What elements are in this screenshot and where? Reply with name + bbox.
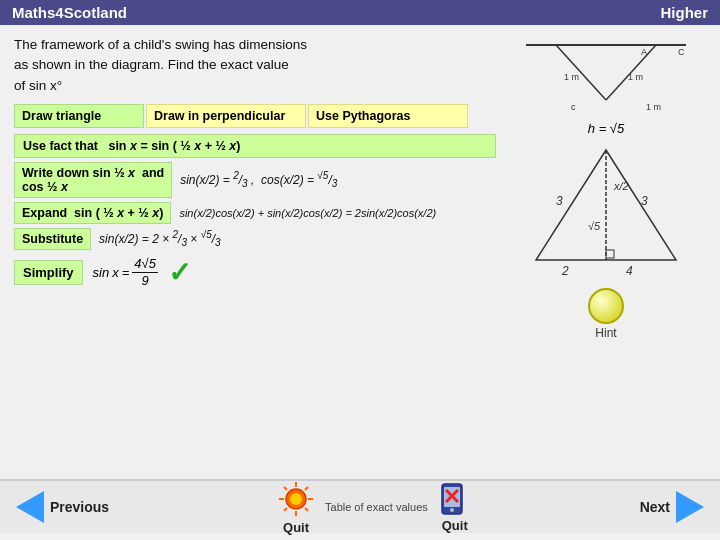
problem-text: The framework of a child's swing has dim… bbox=[14, 35, 496, 96]
step-expand: Expand sin ( ½ x + ½ x) bbox=[14, 202, 171, 224]
step-draw-perpendicular: Draw in perpendicular bbox=[146, 104, 306, 128]
brand-label: Maths4Scotland bbox=[12, 4, 127, 21]
svg-point-19 bbox=[290, 493, 302, 505]
svg-text:√5: √5 bbox=[588, 220, 601, 232]
quit2-label: Quit bbox=[442, 518, 468, 533]
svg-line-24 bbox=[284, 487, 287, 490]
quit-sun-icon[interactable] bbox=[277, 480, 315, 518]
step-use-pythagoras: Use Pythagoras bbox=[308, 104, 468, 128]
svg-text:4: 4 bbox=[626, 264, 633, 278]
h-formula: h = √5 bbox=[588, 121, 624, 136]
next-button[interactable]: Next bbox=[640, 491, 704, 523]
svg-text:1 m: 1 m bbox=[646, 102, 661, 112]
write-down-formula: sin(x/2) = 2/3 , cos(x/2) = √5/3 bbox=[180, 170, 337, 189]
quit-phone-icon[interactable] bbox=[438, 482, 472, 516]
quit1-label: Quit bbox=[283, 520, 309, 535]
svg-text:2: 2 bbox=[561, 264, 569, 278]
svg-text:c: c bbox=[571, 102, 576, 112]
svg-text:C: C bbox=[678, 47, 685, 57]
svg-text:1 m: 1 m bbox=[564, 72, 579, 82]
svg-text:A: A bbox=[641, 47, 647, 57]
substitute-formula: sin(x/2) = 2 × 2/3 × √5/3 bbox=[99, 229, 221, 248]
header: Maths4Scotland Higher bbox=[0, 0, 720, 25]
svg-text:3: 3 bbox=[556, 194, 563, 208]
previous-button[interactable]: Previous bbox=[16, 491, 109, 523]
simplify-formula: sin x = 4√5 9 bbox=[93, 256, 158, 288]
footer: Previous Quit Table of exact values bbox=[0, 479, 720, 533]
svg-line-25 bbox=[305, 508, 308, 511]
svg-text:3: 3 bbox=[641, 194, 648, 208]
step-write-down: Write down sin ½ x andcos ½ x bbox=[14, 162, 172, 198]
expand-formula: sin(x/2)cos(x/2) + sin(x/2)cos(x/2) = 2s… bbox=[179, 207, 436, 219]
svg-text:x/2: x/2 bbox=[613, 180, 629, 192]
svg-line-27 bbox=[284, 508, 287, 511]
hint-label: Hint bbox=[595, 326, 616, 340]
step-substitute: Substitute bbox=[14, 228, 91, 250]
table-label: Table of exact values bbox=[325, 501, 428, 513]
step-use-fact: Use fact that sin x = sin ( ½ x + ½ x) bbox=[14, 134, 496, 158]
hint-button[interactable]: Hint bbox=[588, 288, 624, 340]
checkmark-icon: ✓ bbox=[168, 256, 191, 289]
step-simplify: Simplify bbox=[14, 260, 83, 285]
svg-line-26 bbox=[305, 487, 308, 490]
swing-diagram: 1 m 1 m 1 m c A C bbox=[516, 35, 696, 115]
svg-text:1 m: 1 m bbox=[628, 72, 643, 82]
svg-point-30 bbox=[450, 508, 454, 512]
svg-rect-11 bbox=[606, 250, 614, 258]
triangle-diagram: 3 3 x/2 √5 2 4 bbox=[526, 140, 686, 280]
step-draw-triangle: Draw triangle bbox=[14, 104, 144, 128]
level-label: Higher bbox=[660, 4, 708, 21]
